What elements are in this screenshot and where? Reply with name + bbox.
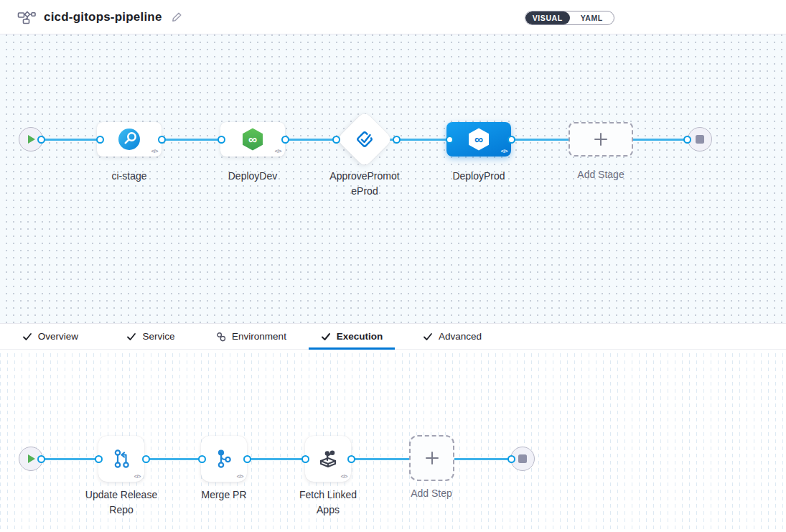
link-dot bbox=[95, 455, 103, 463]
cd-stage-icon: ∞ bbox=[467, 127, 491, 151]
pipeline-studio: cicd-gitops-pipeline VISUAL YAML bbox=[0, 0, 786, 532]
merge-pr-icon bbox=[212, 447, 236, 471]
visual-yaml-toggle: VISUAL YAML bbox=[525, 11, 614, 25]
link-dot bbox=[281, 136, 289, 144]
add-stage-button[interactable] bbox=[569, 122, 633, 157]
link-dot bbox=[446, 136, 454, 144]
link-dot bbox=[301, 455, 309, 463]
tab-advanced[interactable]: Advanced bbox=[409, 324, 495, 349]
step-node-update-release-repo[interactable]: </> bbox=[98, 436, 144, 482]
stage-label: ci-stage bbox=[83, 169, 176, 184]
play-icon bbox=[27, 454, 36, 464]
check-icon bbox=[321, 332, 331, 342]
link-dot bbox=[243, 455, 251, 463]
environment-icon bbox=[216, 332, 226, 342]
link-dot bbox=[683, 136, 691, 144]
plus-icon bbox=[593, 131, 609, 147]
code-icon: </> bbox=[237, 473, 243, 480]
fetch-linked-apps-icon bbox=[315, 446, 341, 472]
tab-service[interactable]: Service bbox=[108, 324, 194, 349]
check-icon bbox=[423, 332, 433, 342]
stage-node-deployprod[interactable]: ∞ </> bbox=[446, 122, 511, 157]
tab-overview[interactable]: Overview bbox=[7, 324, 93, 349]
tab-environment[interactable]: Environment bbox=[208, 324, 294, 349]
step-node-merge-pr[interactable]: </> bbox=[201, 436, 247, 482]
code-icon: </> bbox=[134, 473, 141, 480]
code-icon: </> bbox=[341, 473, 347, 480]
cd-stage-icon: ∞ bbox=[240, 127, 265, 151]
pipeline-end-node bbox=[688, 127, 712, 151]
link-dot bbox=[96, 136, 104, 144]
stage-canvas: </> ci-stage ∞ </> DeployDev bbox=[0, 34, 786, 324]
step-label: Update Release Repo bbox=[82, 487, 161, 518]
stop-icon bbox=[696, 135, 704, 144]
stage-label: ApprovePromoteProd bbox=[329, 169, 401, 199]
toggle-yaml[interactable]: YAML bbox=[570, 11, 614, 24]
link-dot bbox=[347, 455, 355, 463]
ci-stage-icon bbox=[118, 128, 141, 151]
stage-label: DeployProd bbox=[432, 169, 525, 184]
code-icon: </> bbox=[275, 148, 281, 154]
stage-label: DeployDev bbox=[206, 169, 299, 184]
link-dot bbox=[142, 455, 150, 463]
link-dot bbox=[37, 455, 45, 463]
stop-icon bbox=[518, 454, 527, 463]
link-dot bbox=[393, 136, 401, 144]
add-step-label: Add Step bbox=[385, 486, 478, 501]
play-icon bbox=[27, 134, 36, 144]
update-release-repo-icon bbox=[109, 447, 134, 471]
toggle-visual[interactable]: VISUAL bbox=[525, 11, 570, 24]
stage-node-ci-stage[interactable]: </> bbox=[97, 122, 162, 157]
link-dot bbox=[37, 136, 45, 144]
add-step-button[interactable] bbox=[409, 435, 454, 481]
header: cicd-gitops-pipeline VISUAL YAML bbox=[0, 0, 786, 34]
add-stage-label: Add Stage bbox=[554, 167, 647, 182]
step-node-fetch-linked-apps[interactable]: </> bbox=[305, 436, 351, 482]
link-dot bbox=[217, 136, 225, 144]
link-dot bbox=[158, 136, 166, 144]
link-dot bbox=[507, 136, 515, 144]
pipeline-icon bbox=[17, 9, 36, 25]
link-dot bbox=[332, 136, 340, 144]
approval-icon bbox=[353, 128, 376, 151]
stage-node-approvepromoteprod[interactable] bbox=[336, 111, 393, 167]
stage-node-deploydev[interactable]: ∞ </> bbox=[220, 122, 285, 157]
check-icon bbox=[126, 332, 136, 342]
stage-config-tabs: Overview Service Environment Execution A… bbox=[0, 324, 786, 350]
pipeline-title: cicd-gitops-pipeline bbox=[44, 10, 162, 24]
link-dot bbox=[198, 455, 206, 463]
edit-pencil-icon[interactable] bbox=[171, 11, 183, 23]
check-icon bbox=[22, 332, 32, 342]
step-label: Merge PR bbox=[177, 487, 271, 503]
execution-canvas: </> Update Release Repo </> Merge PR bbox=[0, 350, 786, 532]
plus-icon bbox=[424, 449, 441, 467]
code-icon: </> bbox=[151, 148, 158, 154]
tab-execution[interactable]: Execution bbox=[309, 324, 395, 349]
step-label: Fetch Linked Apps bbox=[292, 487, 364, 518]
link-dot bbox=[507, 455, 515, 463]
code-icon: </> bbox=[501, 148, 507, 154]
